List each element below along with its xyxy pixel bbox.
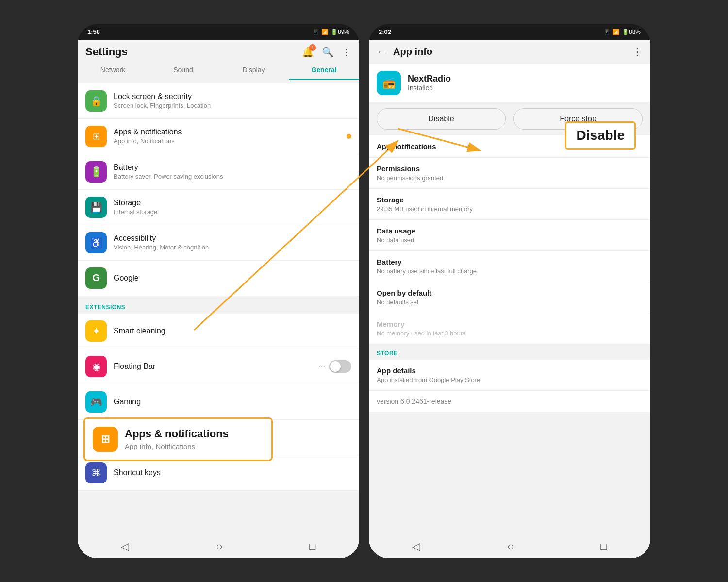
settings-item-accessibility[interactable]: ♿ Accessibility Vision, Hearing, Motor &… [78, 225, 359, 261]
settings-title: Settings [85, 46, 128, 58]
info-permissions[interactable]: Permissions No permissions granted [369, 158, 650, 189]
permissions-sub: No permissions granted [377, 174, 643, 182]
tab-network[interactable]: Network [78, 62, 148, 80]
appinfo-screen: ← App info ⋮ 📻 NextRadio Installed Disab… [369, 40, 650, 558]
info-data-usage[interactable]: Data usage No data used [369, 220, 650, 251]
right-nav-recent-icon[interactable]: □ [600, 540, 607, 553]
app-details-title: App details [377, 366, 643, 375]
settings-item-gaming[interactable]: 🎮 Gaming [78, 384, 359, 420]
settings-screen: Settings 🔔 1 🔍 ⋮ Network Sound Display G… [78, 40, 359, 558]
info-battery[interactable]: Battery No battery use since last full c… [369, 251, 650, 282]
battery-icon-box: 🔋 [85, 161, 107, 183]
memory-sub: No memory used in last 3 hours [377, 330, 643, 337]
apps-dot [347, 134, 351, 139]
highlight-subtitle: App info, Notifications [125, 442, 229, 450]
right-time: 2:02 [379, 28, 391, 35]
right-status-icons: 📱 📶 🔋88% [603, 29, 641, 35]
tab-sound[interactable]: Sound [148, 62, 218, 80]
accessibility-title: Accessibility [114, 234, 351, 243]
back-button[interactable]: ← [377, 46, 387, 58]
memory-title: Memory [377, 320, 643, 328]
shortcut-icon-box: ⌘ [85, 462, 107, 483]
appinfo-title: App info [393, 46, 626, 57]
info-app-details[interactable]: App details App installed from Google Pl… [369, 360, 650, 391]
left-phone: 1:58 📱 📶 🔋89% Settings 🔔 1 🔍 ⋮ Network S… [78, 24, 359, 558]
apps-icon-box: ⊞ [85, 126, 107, 147]
right-nav-home-icon[interactable]: ○ [507, 540, 513, 553]
info-open-default[interactable]: Open by default No defaults set [369, 282, 650, 313]
right-nav-back-icon[interactable]: ◁ [412, 540, 420, 553]
apps-subtitle: App info, Notifications [114, 137, 344, 145]
floating-bar-title: Floating Bar [114, 362, 319, 371]
floating-bar-dots[interactable]: ··· [319, 362, 325, 371]
settings-item-smart-cleaning[interactable]: ✦ Smart cleaning [78, 314, 359, 349]
extensions-label: EXTENSIONS [78, 296, 359, 314]
data-usage-sub: No data used [377, 236, 643, 244]
storage-title: Storage [114, 199, 351, 207]
app-details-sub: App installed from Google Play Store [377, 376, 643, 383]
battery-info-title: Battery [377, 258, 643, 266]
nav-back-icon[interactable]: ◁ [121, 540, 129, 553]
google-icon-box: G [85, 267, 107, 289]
left-time: 1:58 [87, 28, 100, 35]
floating-bar-toggle[interactable] [329, 360, 351, 373]
app-status: Installed [408, 84, 451, 92]
notification-icon[interactable]: 🔔 1 [302, 46, 314, 58]
version-text: version 6.0.2461-release [369, 391, 650, 412]
highlight-title: Apps & notifications [125, 428, 229, 440]
left-status-icons: 📱 📶 🔋89% [312, 29, 349, 35]
notification-badge: 1 [309, 44, 316, 51]
tab-display[interactable]: Display [218, 62, 289, 80]
lock-title: Lock screen & security [114, 92, 351, 101]
storage-info-title: Storage [377, 196, 643, 204]
lock-subtitle: Screen lock, Fingerprints, Location [114, 102, 351, 109]
battery-title: Battery [114, 163, 351, 172]
settings-item-apps[interactable]: ⊞ Apps & notifications App info, Notific… [78, 119, 359, 154]
data-usage-title: Data usage [377, 227, 643, 235]
storage-subtitle: Internal storage [114, 208, 351, 216]
apps-title: Apps & notifications [114, 128, 344, 136]
more-options-icon[interactable]: ⋮ [342, 46, 351, 58]
gaming-title: Gaming [114, 398, 351, 406]
highlight-icon: ⊞ [93, 427, 118, 452]
header-icons: 🔔 1 🔍 ⋮ [302, 46, 351, 58]
battery-info-sub: No battery use since last full charge [377, 267, 643, 275]
settings-item-battery[interactable]: 🔋 Battery Battery saver, Power saving ex… [78, 154, 359, 190]
info-list: App notifications Permissions No permiss… [369, 135, 650, 535]
tab-general[interactable]: General [289, 62, 359, 80]
accessibility-subtitle: Vision, Hearing, Motor & cognition [114, 244, 351, 251]
settings-item-storage[interactable]: 💾 Storage Internal storage [78, 190, 359, 225]
right-phone: 2:02 📱 📶 🔋88% ← App info ⋮ 📻 NextRadio I… [369, 24, 650, 558]
app-icon: 📻 [377, 71, 401, 95]
info-memory[interactable]: Memory No memory used in last 3 hours [369, 313, 650, 344]
accessibility-icon-box: ♿ [85, 232, 107, 253]
lock-icon-box: 🔒 [85, 90, 107, 112]
battery-subtitle: Battery saver, Power saving exclusions [114, 173, 351, 180]
settings-item-google[interactable]: G Google [78, 261, 359, 296]
settings-list: 🔒 Lock screen & security Screen lock, Fi… [78, 80, 359, 535]
open-default-title: Open by default [377, 289, 643, 297]
left-nav-bar: ◁ ○ □ [78, 535, 359, 558]
permissions-title: Permissions [377, 165, 643, 173]
smart-cleaning-icon-box: ✦ [85, 320, 107, 342]
appinfo-more-icon[interactable]: ⋮ [632, 46, 643, 58]
disable-button[interactable]: Disable [377, 108, 506, 130]
settings-item-lock[interactable]: 🔒 Lock screen & security Screen lock, Fi… [78, 83, 359, 119]
storage-info-sub: 29.35 MB used in internal memory [377, 205, 643, 213]
shortcut-title: Shortcut keys [114, 468, 351, 477]
open-default-sub: No defaults set [377, 299, 643, 306]
google-title: Google [114, 274, 351, 283]
app-name: NextRadio [408, 74, 451, 84]
nav-recent-icon[interactable]: □ [309, 540, 315, 553]
left-status-bar: 1:58 📱 📶 🔋89% [78, 24, 359, 40]
info-storage[interactable]: Storage 29.35 MB used in internal memory [369, 189, 650, 220]
gaming-icon-box: 🎮 [85, 391, 107, 413]
settings-item-floating-bar[interactable]: ◉ Floating Bar ··· [78, 349, 359, 384]
appinfo-header: ← App info ⋮ [369, 40, 650, 64]
store-label: STORE [369, 344, 650, 360]
floating-bar-icon-box: ◉ [85, 356, 107, 377]
right-status-bar: 2:02 📱 📶 🔋88% [369, 24, 650, 40]
nav-home-icon[interactable]: ○ [216, 540, 222, 553]
search-icon[interactable]: 🔍 [322, 46, 334, 58]
apps-notifications-highlight: ⊞ Apps & notifications App info, Notific… [83, 417, 273, 461]
